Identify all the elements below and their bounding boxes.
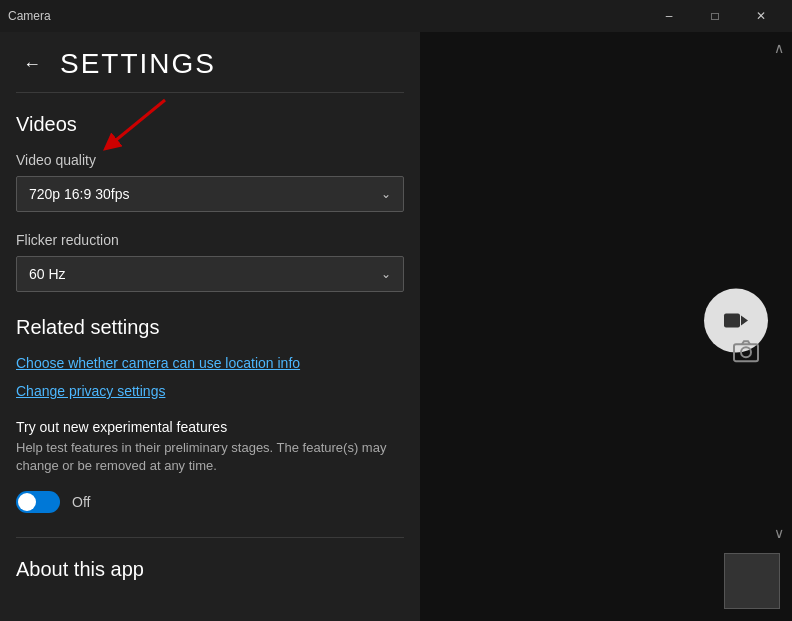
settings-title: SETTINGS [60, 48, 216, 80]
video-quality-value: 720p 16:9 30fps [29, 186, 129, 202]
window-controls: – □ ✕ [646, 0, 784, 32]
location-info-link[interactable]: Choose whether camera can use location i… [0, 351, 420, 379]
camera-icon [732, 337, 760, 365]
toggle-state-label: Off [72, 494, 90, 510]
videos-section: Videos Video quality 720p 16:9 30fps [0, 105, 420, 292]
about-section: About this app [0, 546, 420, 589]
minimize-button[interactable]: – [646, 0, 692, 32]
privacy-settings-link[interactable]: Change privacy settings [0, 379, 420, 407]
video-icon [722, 306, 750, 334]
videos-section-title: Videos [0, 105, 420, 148]
toggle-knob [18, 493, 36, 511]
experimental-section: Try out new experimental features Help t… [0, 407, 420, 529]
app-window: Camera – □ ✕ ← SETTINGS Videos [0, 0, 792, 621]
settings-header: ← SETTINGS [0, 32, 420, 88]
flicker-reduction-chevron-icon: ⌄ [381, 267, 391, 281]
svg-marker-3 [741, 315, 748, 325]
section-divider [16, 537, 404, 538]
title-bar: Camera – □ ✕ [0, 0, 792, 32]
related-settings-title: Related settings [0, 308, 420, 351]
svg-line-1 [110, 100, 165, 145]
settings-panel: ← SETTINGS Videos [0, 32, 420, 621]
camera-panel: ∧ ∨ [420, 32, 792, 621]
close-button[interactable]: ✕ [738, 0, 784, 32]
svg-rect-2 [724, 313, 740, 327]
video-quality-dropdown[interactable]: 720p 16:9 30fps ⌄ [16, 176, 404, 212]
about-title: About this app [0, 546, 420, 589]
maximize-button[interactable]: □ [692, 0, 738, 32]
main-content: ← SETTINGS Videos [0, 32, 792, 621]
experimental-description: Help test features in their preliminary … [0, 439, 420, 487]
experimental-title: Try out new experimental features [0, 407, 420, 439]
window-title: Camera [8, 9, 646, 23]
experimental-toggle[interactable] [16, 491, 60, 513]
flicker-reduction-label: Flicker reduction [0, 228, 420, 256]
video-quality-label: Video quality [0, 148, 420, 176]
scroll-down-indicator[interactable]: ∨ [774, 525, 784, 541]
arrow-annotation [90, 95, 170, 155]
related-settings-section: Related settings Choose whether camera c… [0, 308, 420, 407]
video-quality-chevron-icon: ⌄ [381, 187, 391, 201]
last-photo-thumbnail[interactable] [724, 553, 780, 609]
experimental-toggle-row: Off [0, 487, 420, 529]
scroll-up-indicator[interactable]: ∧ [774, 40, 784, 56]
flicker-reduction-value: 60 Hz [29, 266, 66, 282]
flicker-reduction-dropdown[interactable]: 60 Hz ⌄ [16, 256, 404, 292]
back-button[interactable]: ← [16, 48, 48, 80]
header-divider [16, 92, 404, 93]
photo-capture-button[interactable] [732, 337, 760, 371]
svg-point-5 [741, 347, 751, 357]
